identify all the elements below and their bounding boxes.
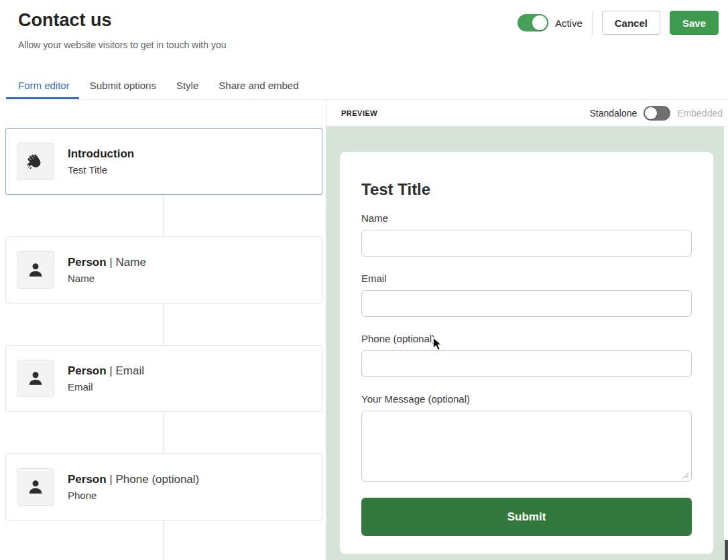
block-title-main: Introduction — [68, 147, 134, 160]
preview-bar: PREVIEW Standalone Embedded — [326, 100, 728, 127]
field-label-email: Email — [361, 273, 692, 285]
toggle-knob — [532, 15, 547, 30]
block-title: Person | Name — [68, 255, 146, 269]
message-textarea[interactable] — [361, 411, 692, 482]
tab-form-editor[interactable]: Form editor — [18, 72, 70, 99]
resize-handle-icon[interactable] — [682, 472, 689, 479]
block-title: Introduction — [68, 147, 134, 161]
form-structure-panel: Introduction Test Title Person | Name Na… — [0, 100, 326, 560]
block-title-main: Person — [68, 256, 107, 269]
app-header: Contact us Allow your website visitors t… — [0, 0, 728, 51]
header-actions: Active Cancel Save — [518, 11, 719, 35]
block-subtitle: Name — [68, 273, 146, 285]
block-subtitle: Email — [68, 381, 144, 393]
person-icon — [17, 468, 54, 506]
active-toggle[interactable]: Active — [518, 14, 583, 31]
block-introduction[interactable]: Introduction Test Title — [5, 128, 322, 195]
toggle-knob — [645, 107, 657, 119]
block-title-main: Person — [68, 473, 107, 486]
tab-submit-options[interactable]: Submit options — [90, 72, 156, 99]
block-title-main: Person — [68, 364, 107, 377]
preview-panel: PREVIEW Standalone Embedded Test Title N… — [326, 100, 728, 560]
block-title-detail: | Email — [107, 364, 144, 377]
preview-mode-switcher: Standalone Embedded — [589, 106, 723, 121]
editor-tabs: Form editor Submit options Style Share a… — [0, 72, 728, 100]
tab-share-and-embed[interactable]: Share and embed — [219, 72, 298, 99]
field-label-name: Name — [361, 212, 692, 224]
standalone-label: Standalone — [589, 108, 637, 119]
person-icon — [17, 360, 54, 397]
field-label-message: Your Message (optional) — [361, 393, 692, 405]
preview-label: PREVIEW — [341, 109, 377, 117]
block-person-phone[interactable]: Person | Phone (optional) Phone — [5, 453, 322, 520]
block-text: Person | Phone (optional) Phone — [68, 472, 199, 502]
block-title-detail: | Name — [107, 256, 146, 269]
field-label-phone: Phone (optional) — [361, 333, 692, 345]
name-input[interactable] — [361, 230, 692, 257]
block-title: Person | Phone (optional) — [68, 472, 199, 486]
page-scrollbar-fragment[interactable] — [725, 540, 728, 560]
field-group-phone: Phone (optional) — [361, 333, 692, 377]
submit-button[interactable]: Submit — [361, 498, 692, 536]
standalone-embedded-toggle[interactable] — [644, 106, 670, 121]
preview-canvas: Test Title Name Email Phone (optional) — [326, 127, 724, 560]
field-group-name: Name — [361, 212, 692, 257]
header-divider — [592, 11, 593, 35]
page-title: Contact us — [18, 9, 226, 31]
block-person-name[interactable]: Person | Name Name — [5, 236, 322, 303]
block-text: Person | Name Name — [68, 255, 146, 285]
block-text: Introduction Test Title — [68, 147, 134, 176]
field-group-email: Email — [361, 273, 692, 317]
field-group-message: Your Message (optional) — [361, 393, 692, 482]
email-input[interactable] — [361, 290, 692, 317]
block-subtitle: Test Title — [68, 164, 134, 176]
form-title: Test Title — [361, 180, 692, 199]
phone-input[interactable] — [361, 350, 692, 377]
page-subtitle: Allow your website visitors to get in to… — [18, 39, 226, 51]
block-text: Person | Email Email — [68, 364, 144, 393]
save-button[interactable]: Save — [670, 11, 719, 35]
header-titles: Contact us Allow your website visitors t… — [18, 9, 226, 51]
cancel-button[interactable]: Cancel — [602, 11, 660, 35]
embedded-label: Embedded — [677, 108, 723, 119]
block-title: Person | Email — [68, 364, 144, 378]
block-subtitle: Phone — [68, 490, 199, 502]
active-toggle-label: Active — [555, 17, 583, 29]
waving-hand-icon — [17, 143, 54, 180]
content-area: Introduction Test Title Person | Name Na… — [0, 100, 728, 560]
person-icon — [17, 251, 54, 289]
preview-form-card: Test Title Name Email Phone (optional) — [340, 152, 713, 554]
form-builder-app: Contact us Allow your website visitors t… — [0, 0, 728, 560]
block-person-email[interactable]: Person | Email Email — [5, 345, 322, 412]
tab-style[interactable]: Style — [176, 72, 198, 99]
block-title-detail: | Phone (optional) — [107, 473, 200, 486]
active-toggle-switch[interactable] — [518, 14, 548, 31]
